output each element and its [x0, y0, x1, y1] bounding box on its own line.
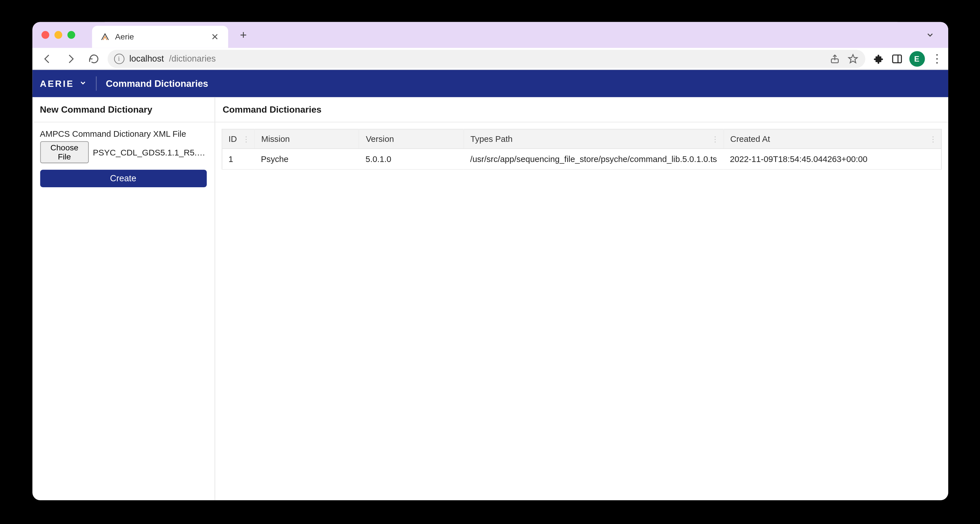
brand-menu[interactable]: AERIE	[40, 78, 87, 89]
table-wrap: ID ⋮ Mission Version Types	[215, 122, 948, 500]
col-header-created-at[interactable]: Created At ⋮	[724, 129, 941, 149]
col-menu-icon[interactable]: ⋮	[929, 134, 937, 143]
url-host: localhost	[129, 54, 164, 63]
sidebar-panel: New Command Dictionary AMPCS Command Dic…	[32, 97, 215, 500]
col-header-created-at-label: Created At	[730, 134, 770, 143]
app-header: AERIE Command Dictionaries	[32, 70, 948, 97]
window-controls	[41, 31, 75, 38]
nav-back-button[interactable]	[37, 49, 57, 68]
chevron-down-icon	[79, 79, 87, 88]
sidebar-heading: New Command Dictionary	[32, 97, 214, 122]
cell-id: 1	[221, 149, 254, 169]
col-header-mission-label: Mission	[261, 134, 290, 143]
profile-avatar[interactable]: E	[909, 51, 925, 66]
main-heading: Command Dictionaries	[215, 97, 948, 122]
toolbar-right-icons: E ⋮	[873, 51, 943, 66]
sidebar-body: AMPCS Command Dictionary XML File Choose…	[32, 122, 214, 193]
tab-list-chevron-icon[interactable]	[921, 26, 939, 44]
col-header-id-label: ID	[228, 134, 237, 143]
col-header-version-label: Version	[366, 134, 394, 143]
header-divider	[96, 76, 97, 91]
share-icon[interactable]	[829, 53, 840, 64]
nav-forward-button[interactable]	[61, 49, 80, 68]
col-header-types-path-label: Types Path	[471, 134, 513, 143]
table-row[interactable]: 1 Psyche 5.0.1.0 /usr/src/app/sequencing…	[221, 149, 941, 169]
page-title: Command Dictionaries	[106, 78, 208, 89]
brand-logo-text: AERIE	[40, 78, 74, 89]
col-menu-icon[interactable]: ⋮	[711, 134, 719, 143]
browser-tab-strip: Aerie ✕ +	[32, 22, 948, 48]
main-panel: Command Dictionaries ID ⋮ Mission	[215, 97, 948, 500]
svg-marker-1	[848, 54, 857, 62]
viewport: Aerie ✕ + i localhost/dictionaries	[0, 0, 980, 524]
cell-version: 5.0.1.0	[359, 149, 464, 169]
file-input-label: AMPCS Command Dictionary XML File	[40, 129, 206, 139]
window-close-button[interactable]	[41, 31, 49, 38]
dictionaries-table: ID ⋮ Mission Version Types	[221, 129, 942, 170]
choose-file-button[interactable]: Choose File	[40, 141, 89, 163]
tab-favicon-icon	[100, 32, 110, 42]
address-bar[interactable]: i localhost/dictionaries	[107, 49, 865, 67]
col-header-id[interactable]: ID ⋮	[221, 129, 254, 149]
col-header-version[interactable]: Version	[359, 129, 464, 149]
svg-rect-2	[892, 54, 901, 62]
window-minimize-button[interactable]	[54, 31, 62, 38]
content-area: New Command Dictionary AMPCS Command Dic…	[32, 97, 948, 500]
tab-title: Aerie	[115, 32, 204, 41]
browser-menu-icon[interactable]: ⋮	[931, 53, 943, 64]
nav-reload-button[interactable]	[84, 49, 103, 68]
url-path: /dictionaries	[169, 54, 216, 63]
new-tab-button[interactable]: +	[234, 26, 253, 44]
table-header-row: ID ⋮ Mission Version Types	[221, 129, 941, 149]
tab-close-button[interactable]: ✕	[210, 32, 220, 42]
col-header-types-path[interactable]: Types Path ⋮	[464, 129, 724, 149]
browser-toolbar: i localhost/dictionaries	[32, 48, 948, 70]
side-panel-icon[interactable]	[891, 53, 902, 64]
file-input-row: Choose File PSYC_CDL_GDS5.1.1_R5.0.1.xml	[40, 141, 206, 163]
site-info-icon[interactable]: i	[114, 53, 124, 64]
cell-created-at: 2022-11-09T18:54:45.044263+00:00	[724, 149, 941, 169]
browser-window: Aerie ✕ + i localhost/dictionaries	[32, 22, 948, 500]
window-maximize-button[interactable]	[67, 31, 75, 38]
cell-mission: Psyche	[255, 149, 359, 169]
selected-file-name: PSYC_CDL_GDS5.1.1_R5.0.1.xml	[93, 147, 206, 157]
cell-types-path: /usr/src/app/sequencing_file_store/psych…	[464, 149, 724, 169]
extensions-icon[interactable]	[873, 53, 885, 64]
bookmark-star-icon[interactable]	[847, 53, 859, 64]
create-button[interactable]: Create	[40, 170, 206, 187]
col-header-mission[interactable]: Mission	[255, 129, 359, 149]
col-menu-icon[interactable]: ⋮	[242, 134, 250, 143]
browser-tab-active[interactable]: Aerie ✕	[92, 26, 228, 48]
